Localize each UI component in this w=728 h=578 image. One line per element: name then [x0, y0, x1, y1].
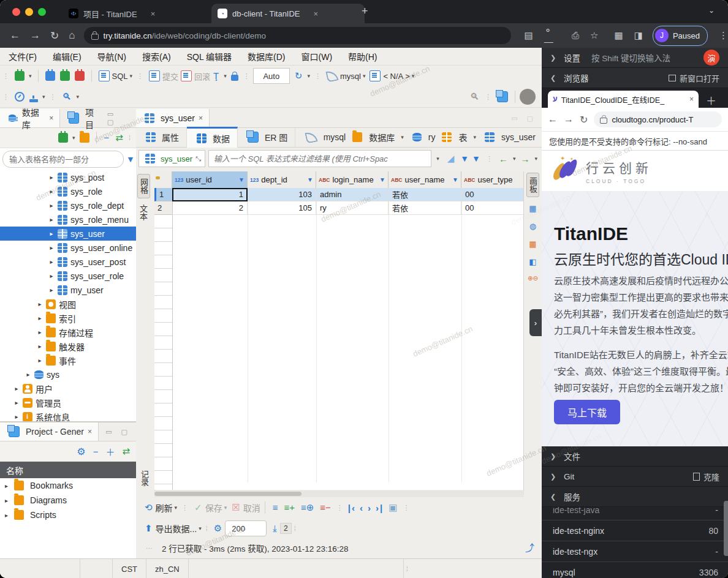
menu-navigate[interactable]: 导航(N) — [97, 50, 126, 62]
chevron-down-icon[interactable]: ▾ — [29, 73, 32, 79]
git-clone-button[interactable]: 克隆 — [693, 471, 719, 482]
menu-window[interactable]: 窗口(W) — [301, 50, 333, 62]
minimize-maximize-icons[interactable]: ▭ ▢ — [107, 110, 136, 126]
bookmark-star-icon[interactable]: ☆ — [590, 30, 598, 41]
extensions-puzzle-icon[interactable]: ▦ — [615, 30, 623, 41]
tree-item-sys-user-post[interactable]: ▸sys_user_post — [0, 255, 136, 269]
breadcrumb-tables[interactable]: 表 — [458, 131, 467, 143]
cell-dept-id[interactable]: 103 — [248, 188, 316, 201]
subtab-er-diagram[interactable]: ER 图 — [238, 128, 295, 147]
collapse-icon[interactable]: − — [93, 446, 99, 457]
export-icon[interactable]: ⬆ — [145, 524, 153, 533]
more-dots-icon[interactable]: ⋯ — [146, 544, 153, 552]
gear-icon[interactable]: ⚙ — [77, 446, 85, 457]
expand-arrows-icon[interactable]: ⤡ — [195, 155, 201, 163]
chevron-down-icon[interactable]: ▾ — [130, 73, 133, 79]
calc-panel-icon[interactable]: ▦ — [529, 204, 536, 213]
first-page-icon[interactable]: |‹ — [348, 503, 356, 513]
cell-user-id[interactable]: 1 — [172, 188, 248, 201]
forward-icon[interactable]: → — [564, 114, 574, 125]
filter-table-chip[interactable]: sys_user ⤡ — [138, 150, 205, 167]
column-header-user-type[interactable]: ABC user_type — [461, 171, 524, 188]
column-filter-icon[interactable]: ▼ — [452, 176, 458, 183]
breadcrumb-db-name[interactable]: ry — [428, 132, 436, 142]
cancel-button[interactable]: 取消 — [243, 501, 260, 514]
reload-icon[interactable]: ↻ — [580, 114, 588, 126]
filter-save-icon[interactable]: ▼ — [460, 154, 469, 163]
tree-item-sys-user[interactable]: ▸sys_user — [0, 227, 136, 241]
minimize-maximize-icons[interactable]: ▭ ▢ — [511, 114, 542, 122]
tree-item-sys-db[interactable]: ▸sys — [0, 367, 136, 381]
prev-page-icon[interactable]: ‹ — [360, 503, 364, 513]
project-item-diagrams[interactable]: ▸Diagrams — [0, 493, 136, 508]
share-icon[interactable]: ⎙ — [572, 30, 579, 41]
layout-panel-icon[interactable]: ◧ — [529, 257, 536, 266]
column-filter-icon[interactable]: ▼ — [379, 176, 385, 183]
refresh-icon[interactable]: ⟲ — [145, 503, 153, 512]
browser-tab-project[interactable]: ‹t› 项目 - TitanIDE × — [63, 4, 216, 23]
filter-apply-icon[interactable]: ▼ — [472, 154, 480, 163]
search-icon[interactable]: 🔍︎ — [63, 92, 72, 102]
settings-section-row[interactable]: ❯ 设置 按 Shift 键切换输入法 演 — [542, 48, 728, 68]
chevron-down-icon[interactable]: ▾ — [224, 505, 227, 511]
cell-user-name[interactable]: 若依 — [389, 188, 461, 201]
menu-file[interactable]: 文件(F) — [9, 50, 37, 62]
menu-sql-editor[interactable]: SQL 编辑器 — [187, 50, 232, 62]
row-number-1[interactable]: 1 — [154, 188, 172, 201]
refresh-button[interactable]: 刷新 — [156, 501, 173, 514]
column-header-dept-id[interactable]: 123 dept_id ▼ — [248, 171, 316, 188]
breadcrumb-table-name[interactable]: sys_user — [501, 132, 536, 142]
tree-item-triggers[interactable]: ▸触发器 — [0, 339, 136, 353]
column-filter-icon[interactable]: ▼ — [307, 176, 313, 183]
tab-projects[interactable]: 项目 — [60, 109, 107, 127]
table-filter-input[interactable] — [2, 151, 124, 168]
tree-item-users[interactable]: ▸用户 — [0, 381, 136, 396]
new-connection-icon[interactable] — [58, 133, 68, 143]
locale-indicator[interactable]: zh_CN — [146, 559, 189, 578]
new-table-view-icon[interactable] — [497, 91, 508, 102]
new-folder-icon[interactable] — [80, 133, 89, 143]
service-row-ide-test-ngx[interactable]: ide-test-ngx - — [542, 541, 728, 562]
back-icon[interactable]: ← — [10, 29, 20, 42]
preview-tab[interactable]: ע TitanIDE_CloudIDE_在线IDE_ × — [548, 91, 699, 108]
presentation-text-tab[interactable]: 文本 — [137, 201, 149, 224]
menu-database[interactable]: 数据库(D) — [248, 50, 285, 62]
files-section-row[interactable]: ❯ 文件 — [542, 446, 728, 467]
chevron-down-icon[interactable]: ▾ — [199, 525, 202, 531]
cell-dept-id[interactable]: 105 — [248, 201, 316, 215]
tree-item-sys-post[interactable]: ▸sys_post — [0, 170, 136, 184]
kebab-menu-icon[interactable]: ⋮ — [719, 30, 728, 41]
chevron-down-icon[interactable]: ▾ — [473, 134, 476, 140]
service-row-mysql[interactable]: mysql 3306 — [542, 562, 728, 578]
filter-funnel-icon[interactable]: ▼ — [126, 154, 135, 164]
new-tab-icon[interactable]: + — [362, 5, 368, 18]
kebab-dots-icon[interactable]: ⁞ — [129, 134, 131, 141]
cell-user-id[interactable]: 2 — [172, 201, 248, 215]
link-editor-icon[interactable]: ⇄ — [122, 446, 130, 457]
network-icon[interactable] — [29, 99, 38, 102]
chevron-down-icon[interactable]: ▾ — [401, 134, 404, 140]
password-key-icon[interactable]: ⚬— — [544, 25, 561, 47]
tree-item-sys-user-role[interactable]: ▸sys_user_role — [0, 269, 136, 283]
tree-item-administration[interactable]: ▸管理员 — [0, 396, 136, 410]
collapse-all-icon[interactable]: − — [104, 133, 110, 143]
clipboard-icon[interactable]: ▤ — [525, 30, 533, 41]
cell-user-name[interactable]: 若依 — [389, 201, 461, 215]
services-scrollbar-thumb[interactable] — [724, 501, 728, 556]
notifications-icon[interactable]: ⤴ — [525, 543, 534, 553]
chevron-down-icon[interactable]: ▾ — [224, 73, 227, 79]
chevron-down-icon[interactable]: ▾ — [307, 73, 310, 79]
save-icon[interactable]: ✓ — [194, 503, 202, 512]
references-panel-icon[interactable]: ⊕⊖ — [528, 275, 538, 282]
back-icon[interactable]: ← — [548, 114, 558, 125]
tree-item-sys-user-online[interactable]: ▸sys_user_online — [0, 241, 136, 255]
chevron-down-icon[interactable]: ▾ — [72, 135, 75, 141]
breadcrumb-datasource[interactable]: mysql — [324, 132, 346, 142]
service-row-ide-test-nginx[interactable]: ide-test-nginx 80 — [542, 520, 728, 541]
close-icon[interactable]: × — [199, 114, 203, 122]
close-tab-icon[interactable]: × — [314, 9, 319, 18]
active-datasource[interactable]: mysql — [340, 72, 361, 81]
row-number-2[interactable]: 2 — [154, 201, 172, 215]
traffic-light-zoom[interactable] — [38, 8, 46, 16]
tab-project-general[interactable]: Project - Gener × — [0, 422, 99, 441]
